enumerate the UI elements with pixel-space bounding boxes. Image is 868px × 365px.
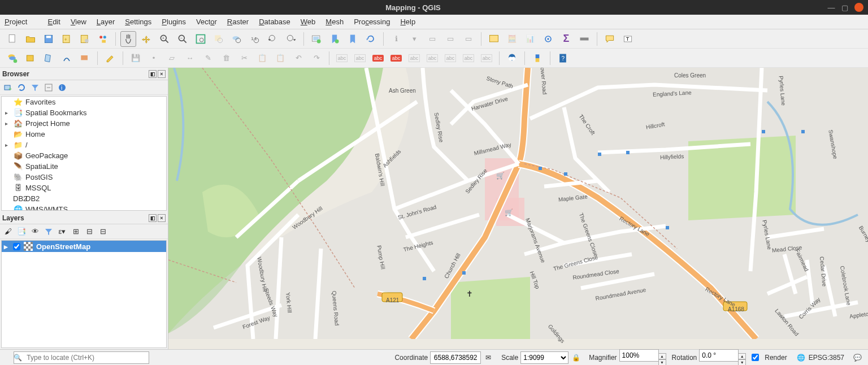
data-source-manager-button[interactable] <box>5 50 20 66</box>
rotation-input[interactable] <box>699 349 739 362</box>
attribute-table-button[interactable] <box>486 31 502 47</box>
show-bookmarks-button[interactable] <box>345 31 361 47</box>
new-project-button[interactable] <box>5 31 20 47</box>
rotation-up[interactable]: ▲ <box>738 353 746 359</box>
locator-input[interactable] <box>14 351 149 364</box>
zoom-out-button[interactable]: − <box>175 31 190 47</box>
abc-highlight-button[interactable]: abc <box>370 50 386 66</box>
browser-item[interactable]: ▸📑Spatial Bookmarks <box>2 107 166 118</box>
menu-view[interactable]: View <box>71 18 86 26</box>
magnifier-up[interactable]: ▲ <box>658 353 666 359</box>
properties-icon[interactable]: i <box>57 82 68 93</box>
new-virtual-button[interactable] <box>77 50 93 66</box>
new-geopackage-button[interactable] <box>23 50 38 66</box>
browser-item[interactable]: DB2DB2 <box>2 193 166 204</box>
browser-item[interactable]: ▸🏠Project Home <box>2 118 166 129</box>
browser-close-button[interactable]: × <box>158 70 166 78</box>
browser-item[interactable]: 📦GeoPackage <box>2 150 166 161</box>
pan-selection-button[interactable] <box>138 31 154 47</box>
window-maximize-button[interactable]: ▢ <box>841 3 849 11</box>
save-project-button[interactable] <box>41 31 57 47</box>
toolbox-button[interactable] <box>540 31 556 47</box>
remove-layer-icon[interactable]: ⊟ <box>97 226 108 237</box>
rotation-down[interactable]: ▼ <box>738 359 746 365</box>
measure-button[interactable] <box>576 31 592 47</box>
manage-visibility-icon[interactable]: 👁 <box>29 226 41 237</box>
zoom-next-button[interactable] <box>283 31 299 47</box>
menu-mesh[interactable]: Mesh <box>326 18 344 26</box>
browser-item[interactable]: 🐘PostGIS <box>2 172 166 182</box>
layer-style-icon[interactable]: 🖌 <box>2 226 14 237</box>
open-project-button[interactable] <box>23 31 38 47</box>
menu-raster[interactable]: Raster <box>227 18 249 26</box>
collapse-all-icon[interactable]: ⊟ <box>84 226 95 237</box>
coordinate-input[interactable] <box>430 351 481 364</box>
collapse-icon[interactable] <box>43 82 54 93</box>
menu-vector[interactable]: Vector <box>196 18 217 26</box>
add-group-icon[interactable]: 📑 <box>16 226 27 237</box>
menu-plugins[interactable]: Plugins <box>162 18 186 26</box>
map-tips-button[interactable] <box>602 31 618 47</box>
annotation-button[interactable]: T <box>620 31 636 47</box>
abc-highlight2-button[interactable]: abc <box>388 50 404 66</box>
menu-edit[interactable]: Edit <box>47 18 60 26</box>
metasearch-button[interactable] <box>504 50 520 66</box>
style-manager-button[interactable] <box>95 31 111 47</box>
messages-icon[interactable]: 💬 <box>851 351 863 364</box>
filter-legend-icon[interactable] <box>43 226 54 237</box>
layer-visibility-checkbox[interactable] <box>13 243 20 250</box>
zoom-native-button[interactable]: 1:1 <box>247 31 263 47</box>
menu-database[interactable]: Database <box>259 18 290 26</box>
browser-undock-button[interactable]: ◧ <box>149 70 157 78</box>
menu-project[interactable]: Project <box>5 18 37 26</box>
layers-close-button[interactable]: × <box>158 214 166 222</box>
menu-settings[interactable]: Settings <box>125 18 151 26</box>
browser-item[interactable]: 🪶SpatiaLite <box>2 161 166 172</box>
browser-item[interactable]: 🌐WMS/WMTS <box>2 204 166 211</box>
browser-item[interactable]: 📂Home <box>2 129 166 140</box>
menu-layer[interactable]: Layer <box>97 18 115 26</box>
zoom-in-button[interactable]: + <box>157 31 172 47</box>
filter-icon[interactable] <box>29 82 41 93</box>
layers-tree[interactable]: ▸OpenStreetMap <box>1 240 167 348</box>
sum-button[interactable]: Σ <box>558 31 574 47</box>
crs-icon[interactable]: 🌐 <box>795 351 808 364</box>
layers-undock-button[interactable]: ◧ <box>149 214 157 222</box>
new-map-view-button[interactable] <box>309 31 324 47</box>
browser-tree[interactable]: ⭐Favorites▸📑Spatial Bookmarks▸🏠Project H… <box>1 96 167 211</box>
new-print-layout-button[interactable]: + <box>59 31 75 47</box>
browser-item[interactable]: 🗄MSSQL <box>2 182 166 193</box>
expand-all-icon[interactable]: ⊞ <box>70 226 81 237</box>
window-minimize-button[interactable]: — <box>827 3 835 11</box>
new-bookmark-button[interactable] <box>327 31 342 47</box>
scale-select[interactable]: 1:9099 <box>520 351 568 364</box>
map-canvas[interactable]: 🛒 🛒 ✝ Ash GreenStony PathHarwater DriveS… <box>168 68 868 349</box>
magnifier-input[interactable] <box>619 349 659 362</box>
window-close-button[interactable] <box>854 3 863 12</box>
add-layer-icon[interactable]: + <box>2 82 14 93</box>
browser-item[interactable]: ⭐Favorites <box>2 97 166 107</box>
browser-item[interactable]: ▸📁/ <box>2 140 166 150</box>
new-shapefile-button[interactable] <box>41 50 57 66</box>
layout-manager-button[interactable] <box>77 31 93 47</box>
python-console-button[interactable] <box>530 50 545 66</box>
new-spatialite-button[interactable] <box>59 50 75 66</box>
zoom-full-button[interactable] <box>193 31 209 47</box>
zoom-layer-button[interactable] <box>229 31 245 47</box>
zoom-last-button[interactable] <box>265 31 281 47</box>
menu-processing[interactable]: Processing <box>354 18 390 26</box>
pan-button[interactable] <box>120 31 136 47</box>
refresh-button[interactable] <box>363 31 379 47</box>
crs-value[interactable]: EPSG:3857 <box>809 354 844 362</box>
help-button[interactable]: ? <box>555 50 571 66</box>
toggle-editing-button[interactable] <box>102 50 118 66</box>
refresh-icon[interactable] <box>16 82 27 93</box>
menu-help[interactable]: Help <box>400 18 415 26</box>
magnifier-down[interactable]: ▼ <box>658 359 666 365</box>
coordinate-toggle-icon[interactable]: ✉ <box>482 351 494 364</box>
layers-panel-header[interactable]: Layers ◧ × <box>0 212 168 224</box>
browser-panel-header[interactable]: Browser ◧ × <box>0 68 168 80</box>
menu-web[interactable]: Web <box>301 18 316 26</box>
scale-lock-icon[interactable]: 🔒 <box>570 351 582 364</box>
render-checkbox[interactable] <box>752 354 759 361</box>
